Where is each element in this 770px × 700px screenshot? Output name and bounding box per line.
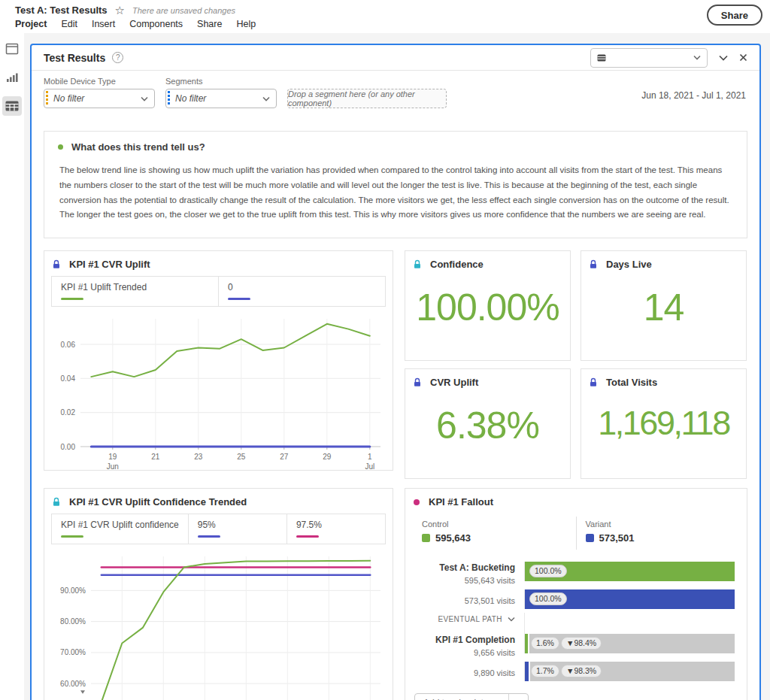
device-filter-value: No filter — [53, 93, 84, 104]
project-title-row: Test A: Test Results ☆ There are unsaved… — [15, 5, 235, 16]
confidence-line-chart: 60.00%70.00%80.00%90.00%19Jun21232527291… — [49, 549, 387, 700]
cvr-uplift-value: 6.38% — [405, 404, 570, 447]
uplift-line-chart: 0.000.020.040.0619Jun21232527291Jul — [49, 311, 387, 474]
uplift-chart-legend: KPI #1 Uplift Trended 0 — [51, 276, 386, 307]
svg-text:Jun: Jun — [107, 462, 119, 471]
svg-text:70.00%: 70.00% — [60, 648, 86, 656]
legend-item: KPI #1 CVR Uplift confidence — [52, 514, 188, 544]
total-visits-value: 1,169,118 — [581, 404, 746, 443]
test-results-panel: Test Results ? Mobile Device Type No fil… — [30, 44, 761, 700]
close-panel-icon[interactable] — [739, 53, 747, 62]
days-live-title: Days Live — [606, 259, 652, 270]
top-bar: Test A: Test Results ☆ There are unsaved… — [0, 0, 770, 33]
dataset-select[interactable] — [590, 48, 708, 68]
control-legend: Control 595,643 — [413, 517, 576, 550]
eventual-path-toggle[interactable]: EVENTUAL PATH — [413, 613, 524, 634]
device-filter-group: Mobile Device Type No filter — [44, 77, 155, 108]
lock-icon — [52, 497, 61, 507]
legend-item: 95% — [188, 514, 286, 544]
variant-legend: Variant 573,501 — [576, 517, 740, 550]
fallout-step-row: 9,890 visits 1.7% ▼98.3% — [413, 662, 739, 681]
segments-filter-group: Segments No filter — [165, 77, 277, 108]
chevron-down-icon — [141, 96, 148, 102]
svg-text:Jul: Jul — [365, 462, 374, 471]
svg-text:0.00: 0.00 — [61, 443, 76, 451]
date-range[interactable]: Jun 18, 2021 - Jul 1, 2021 — [641, 90, 746, 101]
visualizations-icon[interactable] — [2, 68, 22, 87]
segment-stripe — [168, 91, 170, 106]
segments-filter-label: Segments — [165, 77, 277, 86]
panels-icon[interactable] — [2, 39, 22, 59]
confidence-chart-legend: KPI #1 CVR Uplift confidence 95% 97.5% — [51, 514, 386, 544]
days-live-card: Days Live 14 — [581, 250, 747, 361]
project-title: Test A: Test Results — [15, 5, 108, 16]
menu-project[interactable]: Project — [15, 19, 47, 29]
lock-icon — [589, 259, 598, 269]
legend-item: KPI #1 Uplift Trended — [52, 277, 218, 306]
fallout-step-row: Test A: Bucketing 595,643 visits 100.0% — [413, 562, 739, 586]
panel-content: What does this trend tell us? The below … — [32, 117, 759, 700]
svg-text:0.04: 0.04 — [61, 374, 76, 383]
green-dot-icon — [58, 144, 63, 150]
panel-filter-row: Mobile Device Type No filter Segments No… — [32, 71, 759, 117]
menu-help[interactable]: Help — [236, 19, 256, 29]
svg-text:21: 21 — [151, 453, 160, 461]
cvr-uplift-title: CVR Uplift — [430, 377, 478, 388]
uplift-chart-title: KPI #1 CVR Uplift — [69, 259, 150, 270]
confidence-card: Confidence 100.00% — [405, 250, 571, 361]
confidence-value: 100.00% — [405, 286, 570, 329]
fallout-bar-control[interactable]: 100.0% — [524, 562, 735, 581]
legend-item: 97.5% — [286, 514, 385, 544]
fallout-bar-control[interactable]: 1.6% ▼98.4% — [524, 634, 735, 653]
dimension-stripe — [46, 91, 48, 106]
lock-icon — [52, 259, 61, 269]
segment-drop-zone[interactable]: Drop a segment here (or any other compon… — [287, 89, 447, 108]
trend-note-heading: What does this trend tell us? — [71, 141, 205, 153]
device-filter-label: Mobile Device Type — [44, 77, 155, 86]
svg-text:0.06: 0.06 — [61, 341, 76, 349]
chevron-down-icon — [262, 96, 270, 102]
favorite-star-icon[interactable]: ☆ — [115, 5, 125, 16]
add-touchpoint-select[interactable]: Add touchpoint — [414, 693, 529, 700]
lock-icon — [589, 377, 598, 387]
total-visits-title: Total Visits — [606, 377, 657, 388]
freeform-table-icon[interactable] — [2, 96, 22, 116]
uplift-chart-card: KPI #1 CVR Uplift KPI #1 Uplift Trended … — [44, 250, 393, 471]
lock-icon — [413, 377, 422, 387]
svg-text:0.02: 0.02 — [61, 408, 76, 417]
fallout-bar-variant[interactable]: 1.7% ▼98.3% — [524, 662, 735, 681]
confidence-chart-title: KPI #1 CVR Uplift Confidence Trended — [69, 496, 247, 508]
total-visits-card: Total Visits 1,169,118 — [581, 368, 747, 479]
magenta-dot-icon — [413, 498, 420, 506]
metric-cards-grid: Confidence 100.00% Days Live 14 CVR Upli… — [405, 250, 747, 479]
fallout-bar-variant[interactable]: 100.0% — [524, 589, 735, 609]
help-icon[interactable]: ? — [112, 52, 123, 63]
svg-text:25: 25 — [237, 453, 246, 461]
panel-title: Test Results — [44, 52, 105, 64]
svg-text:80.00%: 80.00% — [60, 617, 86, 626]
variant-swatch — [586, 534, 594, 542]
menu-insert[interactable]: Insert — [92, 19, 115, 29]
segments-filter-select[interactable]: No filter — [165, 89, 277, 108]
svg-text:27: 27 — [280, 453, 289, 461]
menu-edit[interactable]: Edit — [61, 19, 77, 29]
panel-header: Test Results ? — [32, 45, 759, 71]
panel-controls — [590, 48, 747, 68]
chevron-down-icon — [508, 694, 528, 700]
trend-note-body: The below trend line is showing us how m… — [59, 163, 732, 223]
menu-components[interactable]: Components — [129, 19, 183, 29]
svg-text:90.00%: 90.00% — [60, 586, 86, 595]
collapse-panel-icon[interactable] — [719, 55, 728, 61]
device-filter-select[interactable]: No filter — [44, 89, 155, 108]
fallout-step-row: 573,501 visits 100.0% — [413, 589, 739, 609]
lock-icon — [413, 259, 422, 269]
table-icon — [597, 54, 606, 62]
svg-text:29: 29 — [323, 453, 332, 461]
confidence-chart-card: KPI #1 CVR Uplift Confidence Trended KPI… — [44, 488, 393, 700]
menu-share[interactable]: Share — [197, 19, 222, 29]
svg-text:1: 1 — [368, 453, 372, 461]
fallout-legend: Control 595,643 Variant 573,501 — [413, 517, 739, 550]
share-button[interactable]: Share — [707, 5, 762, 26]
workspace-canvas: Test Results ? Mobile Device Type No fil… — [24, 33, 770, 700]
svg-text:23: 23 — [194, 453, 203, 461]
